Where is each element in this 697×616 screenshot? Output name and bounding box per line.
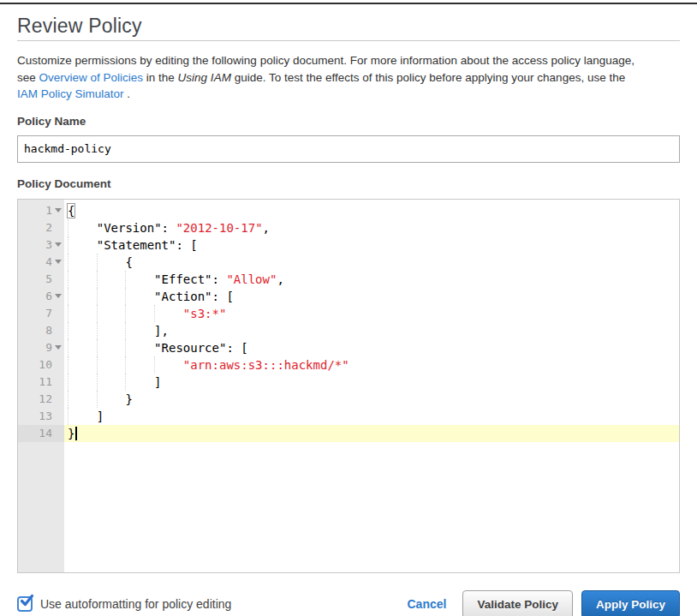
indent-guide — [68, 288, 97, 305]
indent-guide — [68, 408, 97, 425]
code-token: "Effect": — [154, 272, 226, 286]
intro-span: in the — [143, 71, 178, 84]
indent-guide — [97, 339, 126, 356]
indent-guide — [68, 356, 97, 374]
code-token-string: "Allow" — [226, 272, 277, 286]
intro-line: Customize permissions by editing the fol… — [17, 52, 680, 69]
code-token: "Statement": [ — [97, 238, 198, 252]
fold-arrow-icon[interactable] — [55, 242, 62, 247]
code-line[interactable]: } — [64, 391, 679, 408]
text-cursor — [75, 427, 77, 440]
policy-document-editor[interactable]: 1234567891011121314 {"Version": "2012-10… — [17, 199, 680, 573]
line-number: 7 — [18, 305, 52, 322]
code-line[interactable]: { — [64, 202, 679, 219]
intro-text: Customize permissions by editing the fol… — [17, 52, 680, 103]
indent-guide — [97, 374, 126, 391]
gutter-line: 10 — [18, 356, 64, 374]
gutter-line: 9 — [18, 339, 64, 356]
gutter-line: 6 — [18, 288, 64, 305]
gutter-line: 7 — [18, 305, 64, 322]
editor-code-area[interactable]: {"Version": "2012-10-17","Statement": [{… — [64, 200, 679, 572]
apply-policy-button[interactable]: Apply Policy — [581, 590, 680, 616]
top-divider — [0, 3, 697, 4]
title-divider — [17, 40, 680, 41]
indent-guide — [68, 236, 97, 254]
indent-guide — [154, 356, 183, 374]
code-token-string: "s3:*" — [183, 307, 227, 320]
cancel-link[interactable]: Cancel — [408, 597, 447, 611]
indent-guide — [97, 322, 126, 339]
line-number: 9 — [18, 339, 52, 356]
code-line[interactable]: } — [64, 425, 679, 442]
checkmark-icon — [20, 594, 33, 607]
indent-guide — [68, 339, 97, 356]
indent-guide — [68, 219, 97, 236]
gutter-line: 1 — [18, 202, 64, 219]
code-token: ] — [154, 375, 161, 389]
indent-guide — [68, 271, 97, 288]
code-line[interactable]: "Action": [ — [64, 288, 679, 305]
code-line[interactable]: "Resource": [ — [64, 339, 679, 356]
fold-slot[interactable] — [52, 242, 64, 247]
code-line[interactable]: { — [64, 254, 679, 271]
gutter-line: 4 — [18, 254, 64, 271]
code-token: "Version": — [97, 221, 176, 235]
code-line[interactable]: "Version": "2012-10-17", — [64, 219, 679, 236]
fold-arrow-icon[interactable] — [55, 260, 62, 264]
code-line[interactable]: "s3:*" — [64, 305, 679, 322]
footer-bar: Use autoformatting for policy editing Ca… — [17, 590, 680, 616]
line-number: 3 — [18, 236, 52, 254]
indent-guide — [97, 271, 126, 288]
autoformat-checkbox[interactable] — [17, 596, 33, 612]
code-line[interactable]: "Statement": [ — [64, 236, 679, 254]
indent-guide — [97, 356, 126, 374]
indent-guide — [125, 374, 154, 391]
code-token: } — [68, 427, 74, 440]
code-line[interactable]: "Effect": "Allow", — [64, 271, 679, 288]
fold-slot[interactable] — [52, 345, 64, 350]
indent-guide — [125, 322, 154, 339]
fold-slot[interactable] — [52, 208, 64, 212]
line-number: 5 — [18, 271, 52, 288]
line-number: 10 — [18, 356, 52, 374]
indent-guide — [97, 288, 126, 305]
fold-slot[interactable] — [52, 260, 64, 264]
code-token: ] — [97, 410, 104, 423]
intro-link[interactable]: IAM Policy Simulator — [17, 87, 124, 100]
fold-arrow-icon[interactable] — [55, 294, 62, 298]
line-number: 11 — [18, 374, 52, 391]
indent-guide — [68, 391, 97, 408]
fold-slot[interactable] — [52, 294, 64, 298]
line-number: 1 — [18, 202, 52, 219]
intro-span: see — [17, 71, 39, 84]
code-token: ], — [154, 324, 169, 338]
code-token-string: "2012-10-17" — [176, 221, 262, 235]
policy-document-label: Policy Document — [17, 177, 680, 190]
code-line[interactable]: ] — [64, 408, 679, 425]
validate-policy-button[interactable]: Validate Policy — [462, 590, 573, 616]
intro-link[interactable]: Overview of Policies — [39, 71, 144, 84]
autoformat-checkbox-label: Use autoformatting for policy editing — [40, 597, 231, 611]
code-line[interactable]: ] — [64, 374, 679, 391]
autoformat-checkbox-wrap[interactable]: Use autoformatting for policy editing — [17, 596, 231, 612]
policy-name-input[interactable] — [17, 135, 680, 163]
code-token: , — [277, 272, 283, 286]
intro-italic: Using IAM — [178, 71, 231, 84]
editor-gutter: 1234567891011121314 — [18, 200, 64, 572]
line-number: 13 — [18, 408, 52, 425]
indent-guide — [68, 254, 97, 271]
code-token: "Action": [ — [154, 290, 234, 303]
fold-arrow-icon[interactable] — [55, 208, 62, 212]
indent-guide — [125, 271, 154, 288]
fold-arrow-icon[interactable] — [55, 345, 62, 350]
indent-guide — [125, 288, 154, 305]
review-policy-panel: Review Policy Customize permissions by e… — [0, 14, 697, 616]
code-line[interactable]: ], — [64, 322, 679, 339]
code-line[interactable]: "arn:aws:s3:::hackmd/*" — [64, 356, 679, 374]
gutter-line: 5 — [18, 271, 64, 288]
code-token: } — [125, 392, 132, 406]
line-number: 6 — [18, 288, 52, 305]
intro-span: Customize permissions by editing the fol… — [17, 54, 634, 67]
gutter-line: 11 — [18, 374, 64, 391]
code-token: { — [125, 255, 132, 269]
